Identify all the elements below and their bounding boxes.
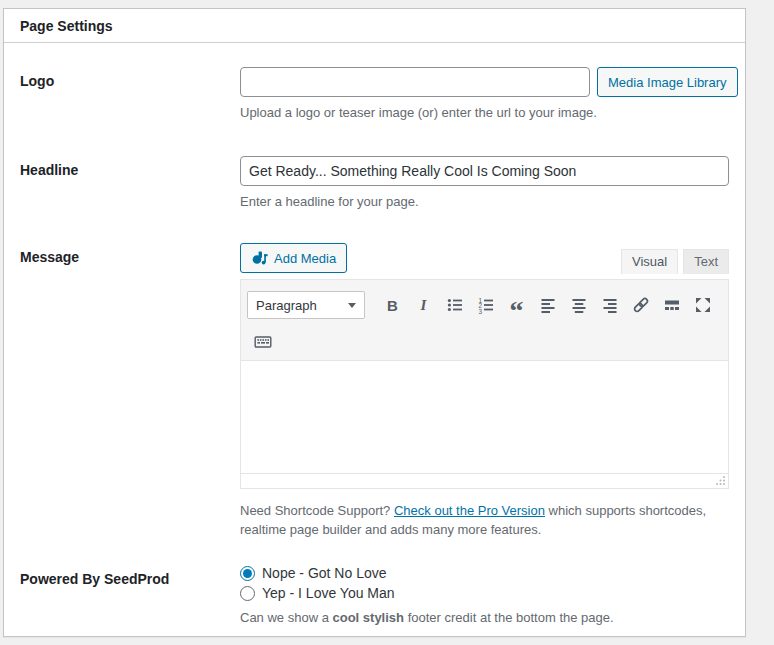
radio-option-yep[interactable]: Yep - I Love You Man (240, 585, 729, 602)
footer-credit-help-bold: cool stylish (333, 610, 405, 625)
logo-help-text: Upload a logo or teaser image (or) enter… (240, 104, 738, 122)
add-media-icon (251, 249, 269, 267)
logo-row: Logo Media Image Library Upload a logo o… (20, 67, 729, 122)
radio-option-nope[interactable]: Nope - Got No Love (240, 565, 729, 582)
bold-icon[interactable]: B (379, 292, 406, 318)
align-left-icon[interactable] (534, 292, 561, 318)
radio-label: Yep - I Love You Man (262, 585, 395, 602)
powered-by-label: Powered By SeedProd (20, 565, 240, 587)
blockquote-icon[interactable]: “ (503, 286, 530, 324)
align-right-icon[interactable] (596, 292, 623, 318)
shortcode-help-text: Need Shortcode Support? Check out the Pr… (240, 502, 729, 538)
media-image-library-button[interactable]: Media Image Library (597, 67, 738, 97)
editor-content-area[interactable] (241, 361, 728, 473)
italic-icon[interactable]: I (410, 292, 437, 318)
radio-icon[interactable] (240, 586, 255, 601)
message-label: Message (20, 243, 240, 265)
editor-media-bar: Add Media Visual Text (240, 243, 729, 273)
chevron-down-icon (348, 303, 356, 308)
editor-toolbar: Paragraph B I (241, 280, 728, 361)
editor-statusbar (241, 473, 728, 488)
headline-row: Headline Enter a headline for your page. (20, 156, 729, 211)
footer-credit-help-prefix: Can we show a (240, 610, 333, 625)
numbered-list-icon[interactable]: 1 2 3 (472, 292, 499, 318)
toolbar-row-1: Paragraph B I (247, 286, 722, 324)
headline-help-text: Enter a headline for your page. (240, 193, 729, 211)
fullscreen-icon[interactable] (689, 292, 716, 318)
footer-credit-help-text: Can we show a cool stylish footer credit… (240, 609, 729, 627)
logo-label: Logo (20, 67, 240, 89)
footer-credit-radio-group: Nope - Got No Love Yep - I Love You Man (240, 565, 729, 602)
tab-text[interactable]: Text (683, 249, 729, 274)
radio-icon[interactable] (240, 566, 255, 581)
panel-body: Logo Media Image Library Upload a logo o… (4, 43, 745, 645)
panel-header: Page Settings (4, 9, 745, 43)
paragraph-format-value: Paragraph (256, 298, 317, 313)
more-tag-icon[interactable] (658, 292, 685, 318)
message-row: Message (20, 243, 729, 538)
tab-visual[interactable]: Visual (621, 249, 678, 274)
add-media-button[interactable]: Add Media (240, 243, 347, 273)
resize-grip-icon[interactable] (715, 475, 726, 486)
keyboard-shortcuts-icon[interactable] (249, 329, 276, 355)
page-settings-panel: Page Settings Logo Media Image Library U… (3, 8, 746, 637)
link-icon[interactable] (627, 292, 654, 318)
editor-tabs: Visual Text (616, 249, 729, 274)
shortcode-help-prefix: Need Shortcode Support? (240, 503, 394, 518)
headline-label: Headline (20, 156, 240, 178)
radio-label: Nope - Got No Love (262, 565, 387, 582)
paragraph-format-select[interactable]: Paragraph (247, 291, 365, 319)
svg-text:3: 3 (478, 308, 482, 314)
page-title: Page Settings (20, 18, 729, 34)
page-background: Page Settings Logo Media Image Library U… (0, 0, 774, 645)
align-center-icon[interactable] (565, 292, 592, 318)
headline-input[interactable] (240, 156, 729, 186)
add-media-label: Add Media (274, 251, 336, 266)
visual-editor: Paragraph B I (240, 279, 729, 489)
logo-url-input[interactable] (240, 67, 590, 97)
footer-credit-help-suffix: footer credit at the bottom the page. (404, 610, 614, 625)
pro-version-link[interactable]: Check out the Pro Version (394, 503, 545, 518)
bulleted-list-icon[interactable] (441, 292, 468, 318)
toolbar-row-2 (247, 329, 722, 355)
powered-by-row: Powered By SeedProd Nope - Got No Love Y… (20, 565, 729, 627)
